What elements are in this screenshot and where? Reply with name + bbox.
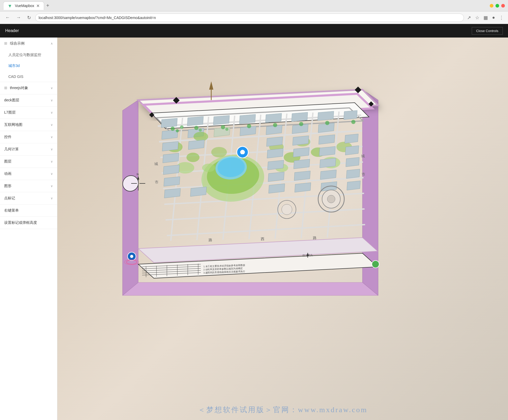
svg-point-140 — [240, 150, 245, 155]
svg-point-66 — [351, 120, 355, 124]
section-label-layer: 图层 — [4, 159, 11, 164]
sidebar-section-header-markers[interactable]: 点标记 ∨ — [0, 192, 57, 204]
svg-point-60 — [221, 125, 225, 129]
section-icon-comprehensive: ⊞ — [4, 41, 7, 45]
chevron-down-icon-geo: ∨ — [51, 147, 53, 151]
toolbar-actions: ↗ ☆ ▦ ● ⋮ — [466, 14, 505, 22]
svg-point-64 — [299, 122, 303, 126]
sidebar-section-header-controls[interactable]: 控件 ∨ — [0, 131, 57, 143]
minimize-button[interactable] — [490, 4, 493, 8]
svg-point-138 — [372, 261, 379, 268]
section-label-markers: 点标记 — [4, 196, 15, 201]
svg-point-47 — [202, 164, 215, 172]
svg-point-56 — [176, 129, 179, 132]
svg-marker-26 — [239, 114, 256, 124]
svg-point-65 — [325, 121, 329, 125]
back-button[interactable]: ← — [3, 14, 12, 21]
svg-text:西: 西 — [261, 237, 265, 241]
svg-marker-87 — [346, 169, 360, 178]
sidebar: ⊞ 综合示例 ∧ 人员定位与数据监控 城市3d CAD GIS ⊞ threej… — [0, 38, 57, 420]
watermark-text: ＜梦想软件试用版＞官网：www.mxdraw.com — [198, 405, 368, 415]
tab-close-icon[interactable]: ✕ — [36, 3, 40, 8]
section-label-geo-calc: 几何计算 — [4, 147, 19, 152]
chevron-down-icon-markers: ∨ — [51, 196, 53, 200]
sidebar-section-header-comprehensive[interactable]: ⊞ 综合示例 ∧ — [0, 38, 57, 50]
svg-point-98 — [282, 204, 292, 215]
cad-map-svg: 城 市 城 市 路 西 路 — [57, 38, 508, 420]
new-tab-button[interactable]: + — [46, 3, 49, 9]
sidebar-section-header-geo-calc[interactable]: 几何计算 ∨ — [0, 143, 57, 155]
close-controls-button[interactable]: Close Controls — [472, 27, 503, 35]
menu-icon[interactable]: ⋮ — [498, 14, 505, 22]
sidebar-item-city-3d[interactable]: 城市3d — [0, 60, 57, 71]
sidebar-section-header-l7[interactable]: L7图层 ∨ — [0, 107, 57, 119]
share-icon[interactable]: ↗ — [466, 14, 472, 22]
window-controls — [490, 4, 505, 8]
section-label-l7: L7图层 — [4, 110, 16, 115]
svg-marker-25 — [213, 115, 229, 125]
address-bar[interactable] — [35, 14, 464, 22]
browser-toolbar: ← → ↻ ↗ ☆ ▦ ● ⋮ — [0, 11, 508, 24]
split-view-icon[interactable]: ▦ — [482, 14, 489, 22]
svg-marker-73 — [163, 153, 179, 163]
chevron-down-icon-graphics: ∨ — [51, 184, 53, 188]
svg-point-57 — [180, 125, 184, 129]
section-label-animation: 动画 — [4, 171, 11, 176]
section-label-threejs: threejs对象 — [10, 86, 28, 90]
sidebar-section-header-right-click[interactable]: 右键菜单 — [0, 205, 57, 217]
sidebar-section-header-layer[interactable]: 图层 ∨ — [0, 156, 57, 168]
svg-point-63 — [273, 123, 277, 127]
svg-text:路: 路 — [209, 238, 213, 242]
bookmark-icon[interactable]: ☆ — [474, 14, 480, 22]
section-label-internet-map: 互联网地图 — [4, 122, 22, 127]
svg-point-143 — [130, 255, 133, 258]
refresh-button[interactable]: ↻ — [25, 14, 33, 22]
svg-marker-89 — [190, 187, 207, 196]
sidebar-section-header-set-height[interactable]: 设置标记或弹框高度 — [0, 217, 57, 229]
svg-marker-93 — [347, 181, 360, 190]
svg-marker-31 — [162, 130, 178, 139]
svg-marker-83 — [164, 177, 180, 186]
profile-icon[interactable]: ● — [491, 14, 496, 22]
svg-marker-68 — [188, 140, 204, 150]
svg-line-14 — [166, 209, 365, 220]
svg-marker-28 — [292, 112, 308, 122]
svg-text:路: 路 — [313, 236, 317, 240]
sidebar-section-header-deck[interactable]: deck图层 ∨ — [0, 94, 57, 106]
svg-marker-74 — [267, 149, 283, 158]
sidebar-item-person-location[interactable]: 人员定位与数据监控 — [0, 50, 57, 60]
app-container: Header Close Controls ⊞ 综合示例 ∧ 人员定位与数据监控… — [0, 24, 508, 420]
sidebar-section-internet-map: 互联网地图 ∨ — [0, 119, 57, 131]
chevron-up-icon: ∧ — [51, 42, 53, 45]
svg-marker-75 — [293, 147, 309, 157]
svg-marker-23 — [161, 118, 177, 128]
chevron-down-icon-internet: ∨ — [51, 123, 53, 127]
sidebar-item-cad-gis[interactable]: CAD GIS — [0, 71, 57, 82]
svg-point-46 — [211, 147, 227, 157]
svg-marker-86 — [320, 170, 336, 180]
sidebar-section-header-graphics[interactable]: 图形 ∨ — [0, 180, 57, 192]
sidebar-section-header-internet-map[interactable]: 互联网地图 ∨ — [0, 119, 57, 131]
section-label-right-click: 右键菜单 — [4, 208, 19, 213]
forward-button[interactable]: → — [14, 14, 23, 21]
sidebar-section-geo-calc: 几何计算 ∨ — [0, 143, 57, 156]
tab-title: VueMapbox — [15, 4, 34, 8]
sidebar-section-header-threejs[interactable]: ⊞ threejs对象 ∨ — [0, 82, 57, 94]
svg-point-61 — [225, 128, 228, 131]
sidebar-section-deck: deck图层 ∨ — [0, 94, 57, 107]
close-button[interactable] — [501, 4, 505, 8]
map-canvas: 城 市 城 市 路 西 路 — [57, 38, 508, 420]
svg-line-15 — [167, 225, 365, 236]
browser-titlebar: VueMapbox ✕ + — [0, 0, 508, 11]
maximize-button[interactable] — [495, 4, 499, 8]
browser-tab[interactable]: VueMapbox ✕ — [3, 2, 44, 10]
section-label-controls: 控件 — [4, 135, 11, 139]
vue-logo-icon — [8, 3, 13, 8]
svg-text:市: 市 — [155, 180, 159, 184]
sidebar-section-header-animation[interactable]: 动画 ∨ — [0, 168, 57, 180]
sidebar-section-animation: 动画 ∨ — [0, 168, 57, 180]
svg-marker-0 — [123, 282, 378, 295]
app-header: Header Close Controls — [0, 24, 508, 38]
map-container[interactable]: 城 市 城 市 路 西 路 — [57, 38, 508, 420]
sidebar-section-comprehensive: ⊞ 综合示例 ∧ 人员定位与数据监控 城市3d CAD GIS — [0, 38, 57, 82]
